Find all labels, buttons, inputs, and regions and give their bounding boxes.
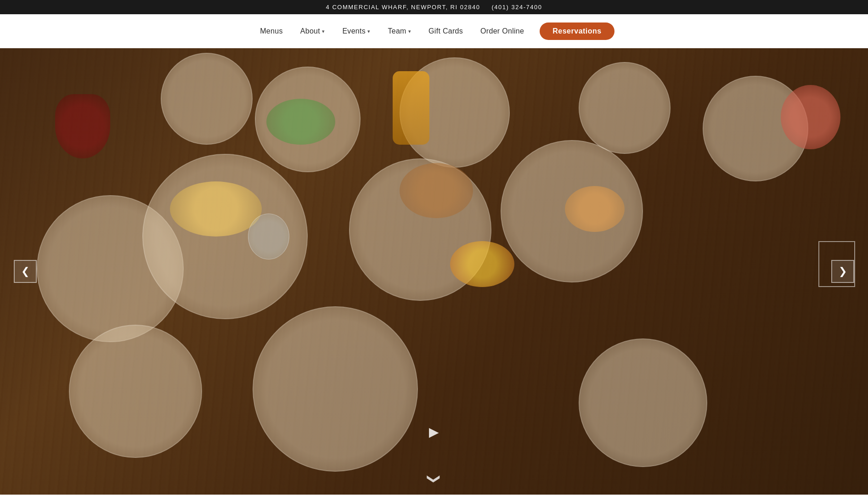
- food-salad: [266, 99, 335, 145]
- about-chevron-icon: ▾: [322, 28, 325, 34]
- hero-section: ❮ ❯ ▶ ❯: [0, 48, 868, 495]
- nav-order-online[interactable]: Order Online: [474, 24, 530, 38]
- nav-team[interactable]: Team ▾: [381, 24, 417, 38]
- top-bar: 4 COMMERCIAL WHARF, NEWPORT, RI 02840 (4…: [0, 0, 868, 14]
- food-eggs: [450, 241, 514, 287]
- nav-gift-cards[interactable]: Gift Cards: [422, 24, 469, 38]
- plate-bot-center: [253, 306, 418, 472]
- nav-about[interactable]: About ▾: [294, 24, 332, 38]
- nav-events[interactable]: Events ▾: [336, 24, 377, 38]
- plate-bot-right: [579, 338, 707, 467]
- next-slide-button[interactable]: ❯: [831, 260, 854, 283]
- orange-drink: [393, 71, 429, 145]
- prev-slide-button[interactable]: ❮: [14, 260, 37, 283]
- food-citrus: [565, 186, 625, 232]
- plate-top-right-2: [579, 62, 671, 154]
- navbar: Menus About ▾ Events ▾ Team ▾ Gift Cards…: [0, 14, 868, 48]
- scroll-down-button[interactable]: ❯: [427, 473, 442, 484]
- address-text: 4 COMMERCIAL WHARF, NEWPORT, RI 02840: [326, 4, 480, 11]
- plate-top-left: [161, 53, 253, 145]
- play-video-button[interactable]: ▶: [429, 424, 439, 440]
- pink-drink: [781, 85, 840, 149]
- water-glass: [248, 214, 289, 259]
- plate-bot-left: [69, 325, 202, 458]
- food-meat: [400, 163, 473, 218]
- food-pasta: [170, 181, 262, 237]
- nav-menus[interactable]: Menus: [254, 24, 289, 38]
- wine-glass: [55, 94, 110, 158]
- team-chevron-icon: ▾: [408, 28, 411, 34]
- nav-reservations-button[interactable]: Reservations: [540, 23, 614, 40]
- events-chevron-icon: ▾: [367, 28, 370, 34]
- phone-text: (401) 324-7400: [492, 4, 542, 11]
